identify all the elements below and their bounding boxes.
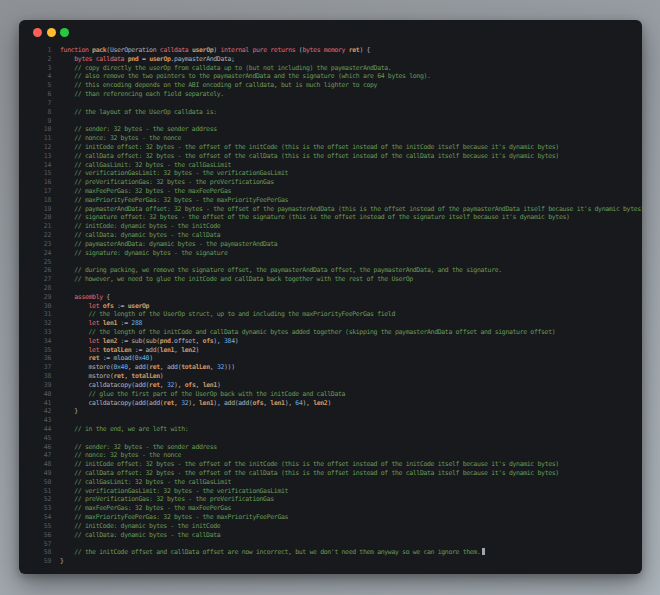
code-line: 12 // initCode offset: 32 bytes - the of… xyxy=(25,143,638,152)
line-number: 19 xyxy=(25,205,60,214)
code-line: 20 // signature offset: 32 bytes - the o… xyxy=(25,213,638,222)
code-text: // nonce: 32 bytes - the nonce xyxy=(60,451,181,460)
code-text: calldatacopy(add(ret, 32), ofs, len1) xyxy=(60,381,220,390)
code-line: 26 // during packing, we remove the sign… xyxy=(25,266,638,275)
code-line: 18 // maxPriorityFeePerGas: 32 bytes - t… xyxy=(25,196,638,205)
line-number: 37 xyxy=(25,363,60,372)
line-number: 18 xyxy=(25,196,60,205)
line-number: 46 xyxy=(25,443,60,452)
code-text: // however, we need to glue the initCode… xyxy=(60,275,413,284)
code-text: // the length of the UserOp struct, up t… xyxy=(60,310,395,319)
line-number: 2 xyxy=(25,55,60,64)
code-line: 23 // paymasterAndData: dynamic bytes - … xyxy=(25,240,638,249)
line-number: 59 xyxy=(25,557,60,566)
code-line: 16 // preVerificationGas: 32 bytes - the… xyxy=(25,178,638,187)
code-text: } xyxy=(60,407,78,416)
line-number: 58 xyxy=(25,548,60,557)
minimize-button[interactable] xyxy=(47,28,56,37)
code-text: let totalLen := add(len1, len2) xyxy=(60,346,199,355)
code-text: // paymasterAndData offset: 32 bytes - t… xyxy=(60,205,644,214)
code-line: 9 xyxy=(25,117,638,126)
line-number: 51 xyxy=(25,487,60,496)
code-text: // nonce: 32 bytes - the nonce xyxy=(60,134,181,143)
line-number: 52 xyxy=(25,495,60,504)
code-line: 46 // sender: 32 bytes - the sender addr… xyxy=(25,443,638,452)
window-titlebar xyxy=(19,20,642,45)
line-number: 44 xyxy=(25,425,60,434)
line-number: 8 xyxy=(25,108,60,117)
zoom-button[interactable] xyxy=(60,28,69,37)
code-text: // this encoding depends on the ABI enco… xyxy=(60,81,377,90)
line-number: 35 xyxy=(25,346,60,355)
code-line: 25 xyxy=(25,258,638,267)
close-button[interactable] xyxy=(33,28,42,37)
line-number: 57 xyxy=(25,540,60,549)
line-number: 49 xyxy=(25,469,60,478)
line-number: 11 xyxy=(25,134,60,143)
code-line: 52 // preVerificationGas: 32 bytes - the… xyxy=(25,495,638,504)
code-line: 15 // verificationGasLimit: 32 bytes - t… xyxy=(25,169,638,178)
line-number: 6 xyxy=(25,90,60,99)
code-text: // initCode offset: 32 bytes - the offse… xyxy=(60,460,559,469)
code-line: 50 // callGasLimit: 32 bytes - the callG… xyxy=(25,478,638,487)
code-text: // initCode: dynamic bytes - the initCod… xyxy=(60,522,220,531)
code-line: 14 // callGasLimit: 32 bytes - the callG… xyxy=(25,161,638,170)
code-line: 58 // the initCode offset and callData o… xyxy=(25,548,638,557)
code-line: 22 // callData: dynamic bytes - the call… xyxy=(25,231,638,240)
code-text: // copy directly the userOp from calldat… xyxy=(60,64,391,73)
code-line: 34 let len2 := sub(sub(pnd.offset, ofs),… xyxy=(25,337,638,346)
code-line: 42 } xyxy=(25,407,638,416)
code-text: // callGasLimit: 32 bytes - the callGasL… xyxy=(60,478,231,487)
code-text: // preVerificationGas: 32 bytes - the pr… xyxy=(60,495,274,504)
code-line: 10 // sender: 32 bytes - the sender addr… xyxy=(25,125,638,134)
code-line: 37 mstore(0x40, add(ret, add(totalLen, 3… xyxy=(25,363,638,372)
code-line: 57 xyxy=(25,540,638,549)
code-line: 30 let ofs := userOp xyxy=(25,302,638,311)
code-line: 17 // maxFeePerGas: 32 bytes - the maxFe… xyxy=(25,187,638,196)
line-number: 12 xyxy=(25,143,60,152)
line-number: 56 xyxy=(25,531,60,540)
line-number: 41 xyxy=(25,399,60,408)
code-text: // callData offset: 32 bytes - the offse… xyxy=(60,152,559,161)
line-number: 54 xyxy=(25,513,60,522)
code-area[interactable]: 1function pack(UserOperation calldata us… xyxy=(19,45,642,572)
code-text: // glue the first part of the UserOp bac… xyxy=(60,390,345,399)
code-text: bytes calldata pnd = userOp.paymasterAnd… xyxy=(60,55,235,64)
code-line: 54 // maxPriorityFeePerGas: 32 bytes - t… xyxy=(25,513,638,522)
line-number: 48 xyxy=(25,460,60,469)
code-text: // the layout of the UserOp calldata is: xyxy=(60,108,217,117)
line-number: 38 xyxy=(25,372,60,381)
code-text: // callData: dynamic bytes - the callDat… xyxy=(60,531,220,540)
line-number: 28 xyxy=(25,284,60,293)
line-number: 7 xyxy=(25,99,60,108)
code-line: 56 // callData: dynamic bytes - the call… xyxy=(25,531,638,540)
code-line: 6 // than referencing each field separat… xyxy=(25,90,638,99)
code-line: 21 // initCode: dynamic bytes - the init… xyxy=(25,222,638,231)
code-text: // sender: 32 bytes - the sender address xyxy=(60,443,217,452)
code-line: 40 // glue the first part of the UserOp … xyxy=(25,390,638,399)
code-text: // the initCode offset and callData offs… xyxy=(60,548,485,557)
code-line: 27 // however, we need to glue the initC… xyxy=(25,275,638,284)
code-line: 33 // the length of the initCode and cal… xyxy=(25,328,638,337)
code-line: 55 // initCode: dynamic bytes - the init… xyxy=(25,522,638,531)
line-number: 22 xyxy=(25,231,60,240)
line-number: 15 xyxy=(25,169,60,178)
code-line: 8 // the layout of the UserOp calldata i… xyxy=(25,108,638,117)
code-text: assembly { xyxy=(60,293,110,302)
line-number: 34 xyxy=(25,337,60,346)
line-number: 13 xyxy=(25,152,60,161)
code-text: // callData offset: 32 bytes - the offse… xyxy=(60,469,559,478)
code-line: 28 xyxy=(25,284,638,293)
code-text: let len1 := 288 xyxy=(60,319,142,328)
code-editor-window: 1function pack(UserOperation calldata us… xyxy=(19,20,642,574)
code-line: 11 // nonce: 32 bytes - the nonce xyxy=(25,134,638,143)
line-number: 43 xyxy=(25,416,60,425)
code-line: 3 // copy directly the userOp from calld… xyxy=(25,64,638,73)
code-text: // also remove the two pointers to the p… xyxy=(60,72,431,81)
line-number: 23 xyxy=(25,240,60,249)
code-line: 49 // callData offset: 32 bytes - the of… xyxy=(25,469,638,478)
code-line: 7 xyxy=(25,99,638,108)
code-text: // maxPriorityFeePerGas: 32 bytes - the … xyxy=(60,196,288,205)
code-line: 41 calldatacopy(add(add(ret, 32), len1),… xyxy=(25,399,638,408)
line-number: 14 xyxy=(25,161,60,170)
